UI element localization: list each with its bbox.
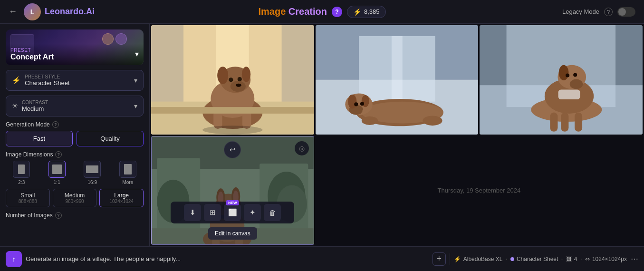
preset-dropdown-arrow: ▾ <box>135 49 139 58</box>
image-svg-1 <box>151 25 314 135</box>
preset-label: Preset <box>10 48 139 53</box>
preset-style-value: Character Sheet <box>25 79 130 87</box>
prompt-input[interactable] <box>26 255 429 262</box>
svg-point-10 <box>229 77 233 82</box>
svg-point-30 <box>423 116 442 126</box>
edit-canvas-tooltip-container: Edit in canvas <box>208 227 257 240</box>
download-button[interactable]: ⬇ <box>184 204 201 221</box>
new-badge: NEW <box>226 200 239 205</box>
topbar: ← L Leonardo.Ai Image Creation ? ⚡ 8,385… <box>0 0 644 24</box>
svg-point-8 <box>217 67 228 84</box>
size-medium-button[interactable]: Medium 960×960 <box>53 189 97 207</box>
dim-more-label: More <box>122 180 133 185</box>
legacy-mode-label: Legacy Mode <box>562 8 599 15</box>
toolbar-bottom-row: ⬇ ⊞ NEW ⬜ ✦ 🗑 <box>171 202 294 223</box>
credits-badge[interactable]: ⚡ 8,385 <box>347 6 386 18</box>
send-button[interactable]: ↑ <box>6 251 22 267</box>
dim-2-3[interactable]: 2:3 <box>6 161 38 185</box>
logo-text: Leonardo.Ai <box>45 7 95 17</box>
image-svg-2 <box>316 25 479 135</box>
more-button[interactable]: ⋯ <box>631 254 638 263</box>
quality-mode-button[interactable]: Quality <box>77 131 144 146</box>
image-dimensions-section: Image Dimensions ? 2:3 1:1 <box>6 151 144 207</box>
date-area: Thursday, 19 September 2024 <box>316 136 643 245</box>
dim-2-3-label: 2:3 <box>18 180 25 185</box>
svg-rect-44 <box>558 89 580 99</box>
size-small-button[interactable]: Small 888×888 <box>6 189 50 207</box>
model-badge[interactable]: ⚡ AlbedoBase XL <box>454 256 503 262</box>
image-card-3[interactable] <box>480 25 643 135</box>
count-value: 4 <box>574 256 577 262</box>
image-grid: ◎ ↩ ⬇ ⊞ NEW ⬜ ✦ <box>150 24 644 246</box>
canvas-button[interactable]: NEW ⬜ <box>224 204 241 221</box>
dimension-icon: ⇔ <box>585 256 590 262</box>
dim-16-9[interactable]: 16:9 <box>77 161 108 185</box>
size-small-value: 888×888 <box>8 199 48 204</box>
size-buttons: Small 888×888 Medium 960×960 Large 1024×… <box>6 189 144 207</box>
size-medium-value: 960×960 <box>55 199 95 204</box>
credits-value: 8,385 <box>364 8 380 15</box>
separator <box>450 253 450 265</box>
size-medium-name: Medium <box>55 192 95 199</box>
generation-mode-label: Generation Mode ? <box>6 121 144 128</box>
image-dimensions-help[interactable]: ? <box>55 151 62 158</box>
image-card-2[interactable] <box>316 25 479 135</box>
separator-dot-2: · <box>561 255 563 263</box>
topbar-right: Legacy Mode ? <box>562 7 635 17</box>
legacy-mode-toggle[interactable] <box>617 7 635 17</box>
model-name: AlbedoBase XL <box>463 256 503 262</box>
title-help-icon[interactable]: ? <box>332 7 342 17</box>
refresh-button[interactable]: ↩ <box>224 141 241 158</box>
fast-mode-button[interactable]: Fast <box>6 131 73 146</box>
magic-button[interactable]: ✦ <box>244 204 261 221</box>
dim-2-3-icon <box>13 161 30 178</box>
svg-rect-41 <box>550 113 558 132</box>
svg-rect-43 <box>575 113 582 132</box>
count-badge[interactable]: 🖼 4 <box>566 256 577 262</box>
svg-point-39 <box>566 74 569 77</box>
contrast-arrow: ▾ <box>134 102 137 110</box>
image-card-1[interactable] <box>151 25 314 135</box>
dim-16-9-icon <box>84 161 101 178</box>
style-badge[interactable]: Character Sheet <box>510 256 558 262</box>
preset-style-label: Preset Style <box>25 74 130 79</box>
number-of-images-help[interactable]: ? <box>55 212 62 219</box>
svg-point-38 <box>559 65 569 80</box>
preset-style-dropdown[interactable]: ⚡ Preset Style Character Sheet ▾ <box>6 70 144 91</box>
date-separator: Thursday, 19 September 2024 <box>437 187 520 194</box>
dim-1-1-label: 1:1 <box>54 180 60 185</box>
contrast-label: Contrast <box>22 100 130 105</box>
contrast-dropdown[interactable]: ☀ Contrast Medium ▾ <box>6 96 144 116</box>
image-card-focused[interactable]: ◎ ↩ ⬇ ⊞ NEW ⬜ ✦ <box>151 136 314 245</box>
preset-concept-card[interactable]: Preset Concept Art ▾ <box>6 29 144 65</box>
svg-point-15 <box>202 126 262 134</box>
canvas-area: ◎ ↩ ⬇ ⊞ NEW ⬜ ✦ <box>150 24 644 246</box>
eye-button[interactable]: ◎ <box>295 141 309 155</box>
svg-point-37 <box>570 79 583 89</box>
logo-avatar: L <box>24 3 41 20</box>
grid-button[interactable]: ⊞ <box>204 204 221 221</box>
preset-style-arrow: ▾ <box>134 77 137 84</box>
size-large-button[interactable]: Large 1024×1024 <box>99 189 144 207</box>
image-svg-3 <box>480 25 643 135</box>
dim-1-1[interactable]: 1:1 <box>41 161 73 185</box>
size-large-name: Large <box>102 192 141 199</box>
dimension-badge[interactable]: ⇔ 1024×1024px <box>585 256 627 262</box>
credits-icon: ⚡ <box>353 8 361 16</box>
back-button[interactable]: ← <box>9 7 17 17</box>
generation-mode-help[interactable]: ? <box>52 121 59 128</box>
svg-point-26 <box>354 102 358 106</box>
legacy-help-icon[interactable]: ? <box>604 8 613 16</box>
bottom-bar: ↑ + ⚡ AlbedoBase XL · Character Sheet · … <box>0 246 644 271</box>
preset-style-content: Preset Style Character Sheet <box>25 74 130 87</box>
topbar-left: ← L Leonardo.Ai <box>9 3 95 20</box>
mode-buttons: Fast Quality <box>6 131 144 146</box>
dim-more[interactable]: More <box>112 161 144 185</box>
add-button[interactable]: + <box>433 252 446 266</box>
dimension-grid: 2:3 1:1 16:9 <box>6 161 144 185</box>
top-action-bar: ↩ <box>224 141 241 158</box>
svg-point-29 <box>361 116 377 125</box>
svg-point-40 <box>573 73 577 77</box>
delete-button[interactable]: 🗑 <box>264 204 281 221</box>
svg-rect-42 <box>561 113 569 132</box>
